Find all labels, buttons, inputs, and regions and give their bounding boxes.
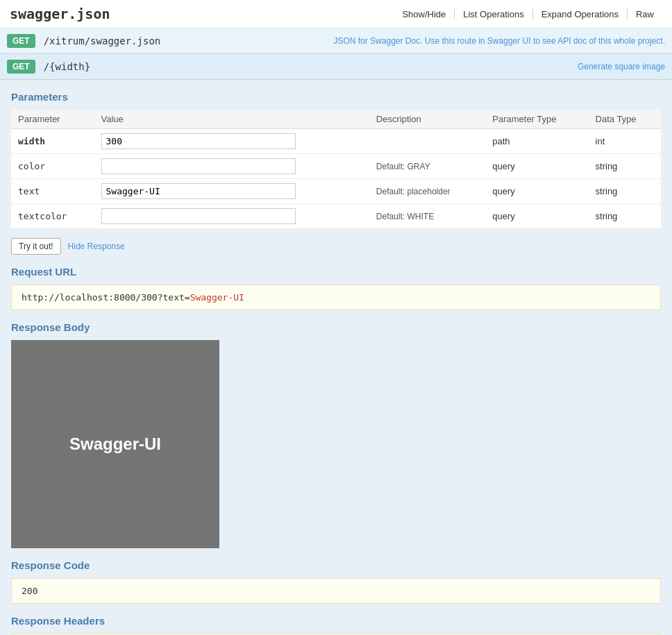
route-bar-width: GET /{width} Generate square image <box>0 54 672 80</box>
table-row: color Default: GRAY query string <box>11 154 661 179</box>
table-row: textcolor Default: WHITE query string <box>11 204 661 229</box>
method-badge-2: GET <box>7 60 35 74</box>
parameters-title: Parameters <box>11 91 661 103</box>
col-param-type: Parameter Type <box>485 110 588 129</box>
parameters-table: Parameter Value Description Parameter Ty… <box>11 110 661 228</box>
route-path: /xitrum/swagger.json <box>44 35 334 46</box>
table-row: width path int <box>11 129 661 154</box>
col-parameter: Parameter <box>11 110 94 129</box>
param-name-color: color <box>18 161 45 171</box>
nav-list-operations[interactable]: List Operations <box>455 9 532 19</box>
actions-row: Try it out! Hide Response <box>11 238 661 255</box>
param-desc-text: Default: placeholder <box>376 187 451 196</box>
param-input-color[interactable] <box>101 158 296 174</box>
response-code-title: Response Code <box>11 559 661 571</box>
request-url-title: Request URL <box>11 266 661 278</box>
response-image: Swagger-UI <box>11 340 219 548</box>
param-datatype-width: int <box>596 136 605 146</box>
param-desc-textcolor: Default: WHITE <box>376 212 434 221</box>
response-code-box: 200 <box>11 578 661 604</box>
app-title: swagger.json <box>10 6 110 22</box>
response-body-section: Response Body Swagger-UI <box>11 321 661 548</box>
param-desc-color: Default: GRAY <box>376 162 430 171</box>
param-name-text: text <box>18 186 40 196</box>
hide-response-link[interactable]: Hide Response <box>68 242 125 251</box>
route-bar-swagger-json: GET /xitrum/swagger.json JSON for Swagge… <box>0 28 672 54</box>
url-prefix: http://localhost:8000/300?text= <box>22 292 190 303</box>
nav-raw[interactable]: Raw <box>628 9 662 19</box>
col-description: Description <box>369 110 485 129</box>
response-code-section: Response Code 200 <box>11 559 661 604</box>
param-type-text: query <box>492 186 515 196</box>
request-url-section: Request URL http://localhost:8000/300?te… <box>11 266 661 310</box>
response-body-title: Response Body <box>11 321 661 333</box>
param-type-color: query <box>492 161 515 171</box>
response-code-value: 200 <box>22 586 37 596</box>
main-content: Parameters Parameter Value Description P… <box>0 80 672 635</box>
request-url-box: http://localhost:8000/300?text=Swagger-U… <box>11 285 661 310</box>
response-headers-section: Response Headers {"Content-Type":"image/… <box>11 615 661 635</box>
param-datatype-textcolor: string <box>596 211 618 221</box>
nav-expand-operations[interactable]: Expand Operations <box>533 9 628 19</box>
method-badge: GET <box>7 34 35 48</box>
header: swagger.json Show/Hide List Operations E… <box>0 0 672 28</box>
try-it-out-button[interactable]: Try it out! <box>11 238 61 255</box>
param-datatype-color: string <box>596 161 618 171</box>
header-nav: Show/Hide List Operations Expand Operati… <box>394 9 662 19</box>
col-value: Value <box>94 110 369 129</box>
param-datatype-text: string <box>596 186 618 196</box>
table-header-row: Parameter Value Description Parameter Ty… <box>11 110 661 129</box>
url-highlight: Swagger-UI <box>190 292 244 303</box>
table-row: text Default: placeholder query string <box>11 179 661 204</box>
generate-square-image-link[interactable]: Generate square image <box>578 62 665 71</box>
param-type-textcolor: query <box>492 211 515 221</box>
response-image-text: Swagger-UI <box>69 434 161 454</box>
param-input-textcolor[interactable] <box>101 208 296 224</box>
parameters-section: Parameters Parameter Value Description P… <box>11 91 661 255</box>
col-data-type: Data Type <box>589 110 661 129</box>
param-type-width: path <box>492 136 510 146</box>
param-input-text[interactable] <box>101 183 296 199</box>
route-description: JSON for Swagger Doc. Use this route in … <box>333 36 665 46</box>
param-name-width: width <box>18 136 45 146</box>
param-name-textcolor: textcolor <box>18 211 67 221</box>
route-path-2: /{width} <box>44 61 578 72</box>
nav-show-hide[interactable]: Show/Hide <box>394 9 455 19</box>
response-headers-title: Response Headers <box>11 615 661 627</box>
param-input-width[interactable] <box>101 133 296 149</box>
